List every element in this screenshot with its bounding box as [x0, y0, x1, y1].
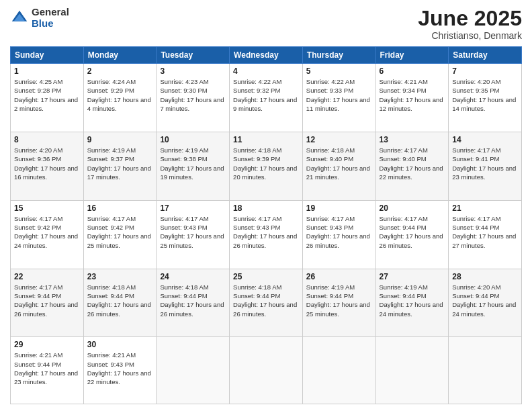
day-info: Sunrise: 4:22 AMSunset: 9:33 PMDaylight:…	[306, 78, 370, 112]
day-number: 17	[160, 203, 226, 213]
day-number: 8	[14, 135, 80, 144]
calendar-cell: 20 Sunrise: 4:17 AMSunset: 9:44 PMDaylig…	[375, 200, 449, 269]
day-info: Sunrise: 4:25 AMSunset: 9:28 PMDaylight:…	[14, 78, 78, 112]
day-number: 20	[380, 203, 445, 213]
day-info: Sunrise: 4:17 AMSunset: 9:43 PMDaylight:…	[160, 215, 224, 249]
logo-general-text: General	[32, 7, 69, 18]
day-number: 4	[233, 66, 299, 76]
calendar-cell: 9 Sunrise: 4:19 AMSunset: 9:37 PMDayligh…	[83, 132, 157, 201]
calendar-cell: 21 Sunrise: 4:17 AMSunset: 9:44 PMDaylig…	[449, 200, 522, 269]
calendar-cell: 4 Sunrise: 4:22 AMSunset: 9:32 PMDayligh…	[230, 64, 303, 132]
calendar-cell: 27 Sunrise: 4:19 AMSunset: 9:44 PMDaylig…	[375, 269, 449, 337]
day-info: Sunrise: 4:17 AMSunset: 9:43 PMDaylight:…	[233, 215, 297, 249]
calendar-cell: 24 Sunrise: 4:18 AMSunset: 9:44 PMDaylig…	[157, 269, 230, 337]
calendar-cell: 28 Sunrise: 4:20 AMSunset: 9:44 PMDaylig…	[449, 269, 522, 337]
calendar-cell: 5 Sunrise: 4:22 AMSunset: 9:33 PMDayligh…	[302, 64, 375, 132]
day-number: 12	[306, 135, 372, 144]
header-saturday: Saturday	[449, 47, 522, 64]
calendar-cell: 17 Sunrise: 4:17 AMSunset: 9:43 PMDaylig…	[157, 200, 230, 269]
day-info: Sunrise: 4:20 AMSunset: 9:35 PMDaylight:…	[452, 78, 516, 112]
day-info: Sunrise: 4:17 AMSunset: 9:40 PMDaylight:…	[380, 146, 443, 181]
day-number: 10	[160, 135, 226, 144]
calendar-cell: 1 Sunrise: 4:25 AMSunset: 9:28 PMDayligh…	[11, 64, 84, 132]
day-number: 9	[87, 135, 153, 144]
header-thursday: Thursday	[302, 47, 375, 64]
header-monday: Monday	[83, 47, 157, 64]
day-number: 2	[87, 66, 153, 76]
day-info: Sunrise: 4:18 AMSunset: 9:39 PMDaylight:…	[233, 146, 297, 181]
calendar-cell	[449, 337, 522, 404]
day-number: 21	[452, 203, 518, 213]
day-info: Sunrise: 4:22 AMSunset: 9:32 PMDaylight:…	[233, 78, 297, 112]
day-number: 23	[87, 272, 153, 281]
day-info: Sunrise: 4:24 AMSunset: 9:29 PMDaylight:…	[87, 78, 151, 112]
calendar-cell: 19 Sunrise: 4:17 AMSunset: 9:43 PMDaylig…	[302, 200, 375, 269]
day-info: Sunrise: 4:17 AMSunset: 9:42 PMDaylight:…	[87, 215, 151, 249]
calendar-cell: 18 Sunrise: 4:17 AMSunset: 9:43 PMDaylig…	[230, 200, 303, 269]
day-number: 6	[380, 66, 445, 76]
calendar-cell: 7 Sunrise: 4:20 AMSunset: 9:35 PMDayligh…	[449, 64, 522, 132]
day-number: 15	[14, 203, 80, 213]
weekday-header-row: Sunday Monday Tuesday Wednesday Thursday…	[11, 47, 522, 64]
calendar-cell: 8 Sunrise: 4:20 AMSunset: 9:36 PMDayligh…	[11, 132, 84, 201]
calendar-cell: 25 Sunrise: 4:18 AMSunset: 9:44 PMDaylig…	[230, 269, 303, 337]
title-block: June 2025 Christianso, Denmark	[418, 7, 522, 41]
header-friday: Friday	[375, 47, 449, 64]
header-wednesday: Wednesday	[230, 47, 303, 64]
day-number: 24	[160, 272, 226, 281]
day-number: 11	[233, 135, 299, 144]
day-info: Sunrise: 4:19 AMSunset: 9:44 PMDaylight:…	[306, 283, 370, 318]
page: General Blue June 2025 Christianso, Denm…	[0, 0, 532, 411]
day-info: Sunrise: 4:20 AMSunset: 9:44 PMDaylight:…	[452, 283, 516, 318]
logo-blue-text: Blue	[32, 18, 69, 30]
day-number: 25	[233, 272, 299, 281]
calendar-cell: 2 Sunrise: 4:24 AMSunset: 9:29 PMDayligh…	[83, 64, 157, 132]
calendar-cell: 29 Sunrise: 4:21 AMSunset: 9:44 PMDaylig…	[11, 337, 84, 404]
logo-icon	[10, 9, 29, 28]
day-number: 28	[452, 272, 518, 281]
calendar-cell: 16 Sunrise: 4:17 AMSunset: 9:42 PMDaylig…	[83, 200, 157, 269]
calendar-cell	[157, 337, 230, 404]
title-location: Christianso, Denmark	[418, 30, 522, 41]
day-number: 13	[380, 135, 445, 144]
day-number: 29	[14, 340, 80, 349]
calendar-cell: 15 Sunrise: 4:17 AMSunset: 9:42 PMDaylig…	[11, 200, 84, 269]
day-info: Sunrise: 4:18 AMSunset: 9:44 PMDaylight:…	[160, 283, 224, 318]
day-info: Sunrise: 4:17 AMSunset: 9:42 PMDaylight:…	[14, 215, 78, 249]
day-info: Sunrise: 4:17 AMSunset: 9:44 PMDaylight:…	[14, 283, 78, 318]
calendar-cell: 23 Sunrise: 4:18 AMSunset: 9:44 PMDaylig…	[83, 269, 157, 337]
calendar-cell: 3 Sunrise: 4:23 AMSunset: 9:30 PMDayligh…	[157, 64, 230, 132]
day-number: 3	[160, 66, 226, 76]
header-tuesday: Tuesday	[157, 47, 230, 64]
day-info: Sunrise: 4:23 AMSunset: 9:30 PMDaylight:…	[160, 78, 224, 112]
header: General Blue June 2025 Christianso, Denm…	[10, 7, 522, 41]
calendar-cell: 13 Sunrise: 4:17 AMSunset: 9:40 PMDaylig…	[375, 132, 449, 201]
logo: General Blue	[10, 7, 69, 29]
day-number: 26	[306, 272, 372, 281]
day-info: Sunrise: 4:18 AMSunset: 9:40 PMDaylight:…	[306, 146, 370, 181]
day-info: Sunrise: 4:17 AMSunset: 9:44 PMDaylight:…	[380, 215, 443, 249]
calendar-cell: 12 Sunrise: 4:18 AMSunset: 9:40 PMDaylig…	[302, 132, 375, 201]
calendar-cell: 10 Sunrise: 4:19 AMSunset: 9:38 PMDaylig…	[157, 132, 230, 201]
calendar-cell: 30 Sunrise: 4:21 AMSunset: 9:43 PMDaylig…	[83, 337, 157, 404]
day-info: Sunrise: 4:18 AMSunset: 9:44 PMDaylight:…	[87, 283, 151, 318]
day-number: 16	[87, 203, 153, 213]
day-info: Sunrise: 4:18 AMSunset: 9:44 PMDaylight:…	[233, 283, 297, 318]
day-info: Sunrise: 4:17 AMSunset: 9:43 PMDaylight:…	[306, 215, 370, 249]
calendar-cell: 22 Sunrise: 4:17 AMSunset: 9:44 PMDaylig…	[11, 269, 84, 337]
day-info: Sunrise: 4:19 AMSunset: 9:37 PMDaylight:…	[87, 146, 151, 181]
day-number: 27	[380, 272, 445, 281]
day-number: 1	[14, 66, 80, 76]
calendar-cell	[375, 337, 449, 404]
day-number: 18	[233, 203, 299, 213]
calendar-cell: 11 Sunrise: 4:18 AMSunset: 9:39 PMDaylig…	[230, 132, 303, 201]
day-number: 14	[452, 135, 518, 144]
calendar-cell	[230, 337, 303, 404]
header-sunday: Sunday	[11, 47, 84, 64]
day-info: Sunrise: 4:19 AMSunset: 9:44 PMDaylight:…	[380, 283, 443, 318]
day-number: 19	[306, 203, 372, 213]
day-info: Sunrise: 4:21 AMSunset: 9:43 PMDaylight:…	[87, 351, 151, 385]
day-number: 7	[452, 66, 518, 76]
day-info: Sunrise: 4:19 AMSunset: 9:38 PMDaylight:…	[160, 146, 224, 181]
day-number: 5	[306, 66, 372, 76]
